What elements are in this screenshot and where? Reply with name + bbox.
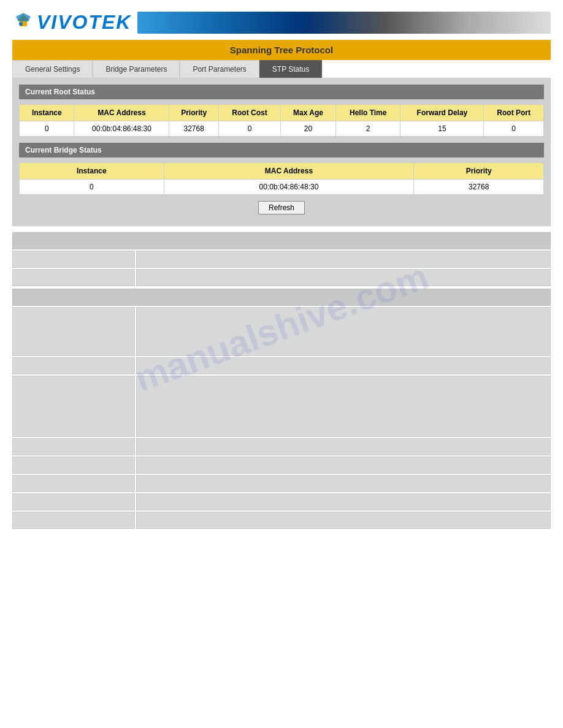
col-forward-delay: Forward Delay [400, 105, 484, 121]
lower-grid-cell-left [12, 438, 135, 455]
table-row: 0 00:0b:04:86:48:30 32768 0 20 2 15 0 [20, 121, 544, 137]
lower-grid-row-3 [12, 269, 551, 286]
bridge-status-table: Instance MAC Address Priority 0 00:0b:04… [19, 162, 544, 195]
bridge-priority: 32768 [414, 180, 544, 195]
refresh-btn-container: Refresh [19, 201, 544, 214]
col-hello-time: Hello Time [335, 105, 400, 121]
lower-grid-cell-right [136, 357, 551, 374]
page-title: Spanning Tree Protocol [12, 40, 551, 60]
lower-grid-cell-left [12, 493, 135, 510]
lower-grid-row-8 [12, 493, 551, 510]
lower-grid-cell-right [136, 251, 551, 268]
logo-icon [12, 12, 34, 34]
lower-grid-cell-right [136, 457, 551, 474]
col-instance: Instance [20, 105, 74, 121]
lower-grid-cell-right [136, 512, 551, 529]
current-root-status-header: Current Root Status [19, 85, 544, 99]
lower-grid-row-5 [12, 438, 551, 455]
lower-grid-cell-right [136, 376, 551, 437]
lower-grid-cell-right [136, 438, 551, 455]
lower-grid-cell-left [12, 269, 135, 286]
refresh-button[interactable]: Refresh [258, 201, 305, 214]
lower-grid-cell-right [136, 269, 551, 286]
bridge-col-instance: Instance [20, 163, 164, 180]
root-max-age: 20 [281, 121, 336, 137]
logo: VIVOTEK [12, 11, 131, 34]
lower-grid-cell-left [12, 457, 135, 474]
bridge-col-mac: MAC Address [164, 163, 414, 180]
bridge-instance: 0 [20, 180, 164, 195]
lower-grid-row-9 [12, 512, 551, 529]
lower-grid-row-6 [12, 457, 551, 474]
lower-grid [12, 232, 551, 529]
header: VIVOTEK [0, 0, 563, 40]
root-cost: 0 [218, 121, 280, 137]
header-bar [137, 12, 551, 34]
root-forward-delay: 15 [400, 121, 484, 137]
lower-grid-row-tall-1 [12, 307, 551, 356]
root-priority: 32768 [169, 121, 218, 137]
col-root-port: Root Port [484, 105, 544, 121]
lower-grid-cell-right [136, 493, 551, 510]
tab-general-settings[interactable]: General Settings [12, 60, 93, 78]
lower-grid-cell-left [12, 251, 135, 268]
lower-grid-cell-left [12, 376, 135, 437]
lower-grid-row-7 [12, 475, 551, 492]
tabs-container: General Settings Bridge Parameters Port … [12, 60, 551, 78]
lower-grid-row-2 [12, 251, 551, 268]
root-port: 0 [484, 121, 544, 137]
tab-bridge-parameters[interactable]: Bridge Parameters [93, 60, 180, 78]
lower-grid-header-1 [12, 232, 551, 249]
lower-grid-cell-left [12, 512, 135, 529]
table-row: 0 00:0b:04:86:48:30 32768 [20, 180, 544, 195]
root-status-table: Instance MAC Address Priority Root Cost … [19, 104, 544, 137]
tab-port-parameters[interactable]: Port Parameters [180, 60, 259, 78]
lower-grid-cell-left [12, 307, 135, 356]
lower-grid-cell-right [136, 307, 551, 356]
bridge-mac: 00:0b:04:86:48:30 [164, 180, 414, 195]
tab-stp-status[interactable]: STP Status [259, 60, 322, 78]
lower-grid-row-4 [12, 357, 551, 374]
lower-grid-cell-left [12, 475, 135, 492]
col-mac-address: MAC Address [74, 105, 169, 121]
lower-grid-cell-left [12, 357, 135, 374]
lower-grid-header-2 [12, 289, 551, 306]
svg-point-1 [19, 22, 23, 26]
root-mac: 00:0b:04:86:48:30 [74, 121, 169, 137]
logo-text: VIVOTEK [37, 11, 131, 34]
col-root-cost: Root Cost [218, 105, 280, 121]
root-instance: 0 [20, 121, 74, 137]
svg-marker-2 [16, 13, 31, 21]
current-bridge-status-header: Current Bridge Status [19, 143, 544, 157]
col-priority: Priority [169, 105, 218, 121]
root-hello-time: 2 [335, 121, 400, 137]
main-content: Current Root Status Instance MAC Address… [12, 78, 551, 226]
lower-grid-row-tall-2 [12, 376, 551, 437]
bridge-col-priority: Priority [414, 163, 544, 180]
col-max-age: Max Age [281, 105, 336, 121]
lower-grid-cell-right [136, 475, 551, 492]
